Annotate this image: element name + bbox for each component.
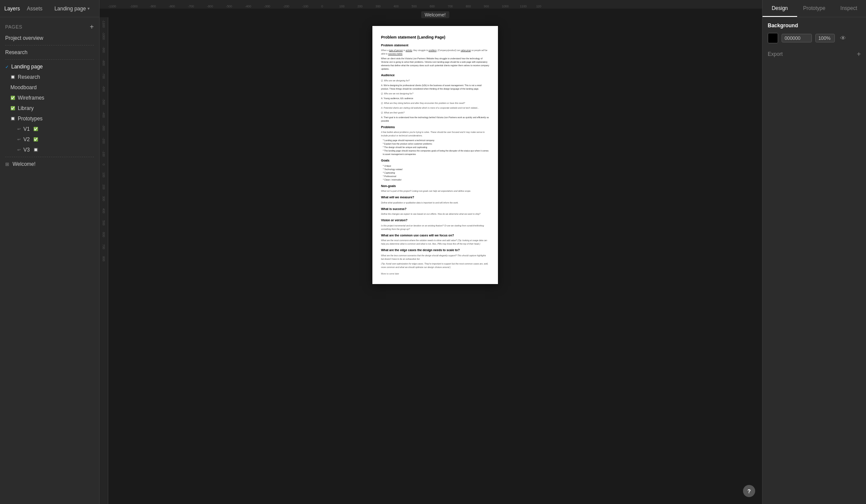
- grid-icon: ⊞: [5, 162, 9, 167]
- page-icon: 🔲: [10, 75, 15, 79]
- ruler-v-num: -1000: [102, 32, 105, 40]
- doc-section-vision: Vision or version?: [381, 218, 489, 223]
- page-item-library[interactable]: ✅ Library: [0, 103, 99, 113]
- tab-inspect[interactable]: Inspect: [831, 0, 866, 17]
- doc-problem-b1: * Landing page should represent a techni…: [381, 139, 489, 142]
- page-label: Welcome!: [13, 161, 36, 167]
- current-page-name[interactable]: Landing page: [55, 6, 86, 12]
- ruler-v-num: 500: [102, 220, 105, 226]
- page-label: Project overview: [5, 35, 43, 41]
- page-item-v3[interactable]: ↩ V3 🔲: [0, 145, 99, 155]
- tab-assets[interactable]: Assets: [26, 4, 43, 13]
- ruler-num: -700: [188, 5, 194, 8]
- page-item-wireframes[interactable]: ✅ Wireframes: [0, 93, 99, 103]
- ruler-num: -800: [169, 5, 175, 8]
- left-sidebar: Layers Assets Landing page ▾ Pages + Pro…: [0, 0, 100, 504]
- doc-section-audience: Audience: [381, 73, 489, 78]
- tab-design[interactable]: Design: [763, 0, 797, 17]
- background-opacity-input[interactable]: [815, 34, 835, 42]
- ruler-v-num: -1100: [102, 20, 105, 28]
- page-item-moodboard[interactable]: Moodboard: [0, 82, 99, 93]
- ruler-num: 100: [339, 5, 345, 8]
- help-button[interactable]: ?: [743, 485, 755, 497]
- ruler-v-num: -400: [102, 112, 105, 118]
- doc-section-goals: Goals: [381, 158, 489, 163]
- pages-section: Pages + Project overview Research ✓ Land…: [0, 17, 99, 504]
- page-label: V3: [23, 147, 30, 153]
- doc-section-nongoals: Non-goals: [381, 184, 489, 189]
- export-label: Export: [768, 51, 783, 57]
- tab-prototype[interactable]: Prototype: [797, 0, 832, 17]
- divider-3: [5, 157, 94, 157]
- left-ruler: -1100 -1000 -900 -800 -700 -600 -500 -40…: [100, 17, 108, 504]
- doc-footer: More to come later: [381, 272, 489, 276]
- ruler-v-num: -900: [102, 47, 105, 53]
- ruler-num: 1000: [502, 5, 509, 8]
- ruler-v-num: -800: [102, 60, 105, 66]
- export-section: Export +: [768, 50, 861, 58]
- doc-problem-b3: * The design should be unique and captiv…: [381, 145, 489, 149]
- ruler-num: 900: [484, 5, 489, 8]
- add-page-button[interactable]: +: [90, 23, 94, 30]
- page-label: V2: [23, 136, 30, 142]
- background-color-swatch[interactable]: [768, 33, 778, 43]
- ruler-num: 120: [536, 5, 541, 8]
- page-item-project-overview[interactable]: Project overview: [0, 33, 99, 43]
- page-item-welcome[interactable]: ⊞ Welcome!: [0, 159, 99, 169]
- page-item-v1[interactable]: ↩ V1 ✅: [0, 124, 99, 134]
- page-item-research-top[interactable]: Research: [0, 47, 99, 58]
- tab-layers[interactable]: Layers: [3, 4, 21, 13]
- page-label: Moodboard: [10, 84, 37, 90]
- doc-title: Problem statement (Landing Page): [381, 35, 489, 41]
- doc-problem-body: When an client visits the Victoria Lion …: [381, 57, 489, 71]
- page-label: Research: [18, 74, 40, 80]
- top-bar: Layers Assets Landing page ▾: [0, 0, 99, 17]
- doc-audience-q4: Q. What are their goals?: [381, 111, 489, 114]
- page-item-v2[interactable]: ↩ V2 ✅: [0, 134, 99, 145]
- doc-measure-body: Define what qualitative or qualitative d…: [381, 201, 489, 204]
- page-label: V1: [23, 126, 30, 132]
- top-ruler: -1100 -1000 -900 -800 -700 -600 -500 -40…: [100, 0, 762, 9]
- page-item-research-sub[interactable]: 🔲 Research: [0, 72, 99, 82]
- doc-goal-b4: * Professional: [381, 174, 489, 178]
- page-label: Wireframes: [18, 95, 44, 101]
- doc-edge-tip: (Tip: Avoid over-optimization for edge c…: [381, 262, 489, 269]
- doc-goal-b5: * Clean / minimalist: [381, 178, 489, 181]
- chevron-down-icon[interactable]: ▾: [87, 6, 90, 11]
- ruler-num: 500: [412, 5, 417, 8]
- document-frame[interactable]: Problem statement (Landing Page) Problem…: [372, 26, 498, 284]
- ruler-num: 0: [321, 5, 323, 8]
- doc-goal-b2: * Technology related: [381, 168, 489, 171]
- page-item-landing-page[interactable]: ✓ Landing page: [0, 61, 99, 72]
- ruler-num: 300: [375, 5, 381, 8]
- visibility-toggle-button[interactable]: 👁: [838, 35, 848, 42]
- ruler-num: -1000: [130, 5, 138, 8]
- ruler-v-num: 200: [102, 184, 105, 190]
- export-add-button[interactable]: +: [857, 50, 861, 58]
- ruler-num: 700: [448, 5, 453, 8]
- doc-audience-a3: A. Potential clients are visiting old we…: [381, 106, 489, 110]
- doc-section-usecases: What are the common use cases will we fo…: [381, 233, 489, 238]
- doc-edge-body: What are the less common scenarios that …: [381, 254, 489, 261]
- ruler-v-num: 100: [102, 172, 105, 178]
- ruler-num: -1100: [108, 5, 116, 8]
- ruler-v-num: 300: [102, 196, 105, 201]
- ruler-num: -400: [245, 5, 251, 8]
- page-item-prototypes[interactable]: 🔲 Prototypes: [0, 113, 99, 124]
- ruler-v-num: -300: [102, 125, 105, 131]
- background-section-title: Background: [768, 23, 861, 29]
- page-icon: 🔲: [33, 148, 38, 152]
- page-label: Landing page: [11, 64, 43, 70]
- canvas-background[interactable]: Welcome! Problem statement (Landing Page…: [108, 9, 762, 504]
- ruler-num: -200: [283, 5, 289, 8]
- background-hex-input[interactable]: [782, 34, 812, 42]
- page-label: Research: [5, 49, 27, 55]
- doc-audience-q2: Q. Who are we not designing for?: [381, 92, 489, 95]
- ruler-v-num: -200: [102, 138, 105, 144]
- ruler-num: 400: [394, 5, 399, 8]
- ruler-num: -900: [150, 5, 156, 8]
- ruler-v-num: 0: [102, 164, 105, 165]
- ruler-v-num: 800: [102, 256, 105, 262]
- ruler-num: -500: [226, 5, 232, 8]
- ruler-v-num: -700: [102, 73, 105, 79]
